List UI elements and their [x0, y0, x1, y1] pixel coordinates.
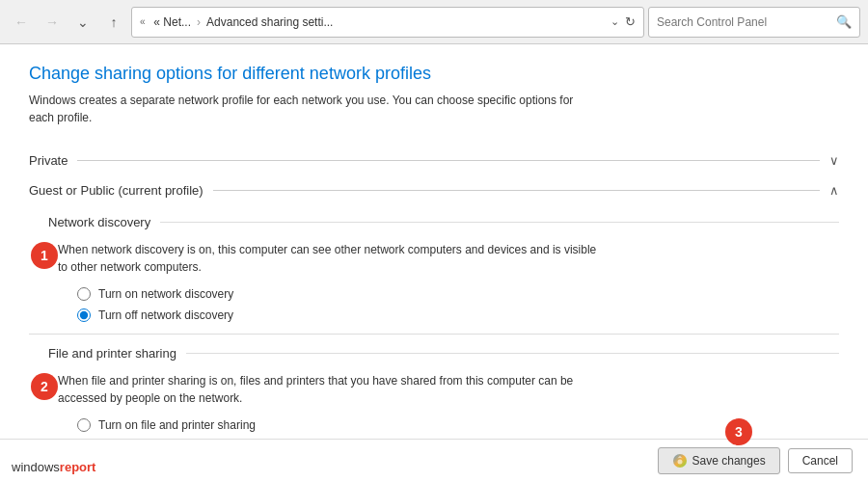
main-area: Change sharing options for different net… — [0, 44, 868, 482]
search-bar-container: 🔍 — [648, 7, 860, 38]
bottom-action-bar: 3 Save changes — [0, 439, 868, 482]
address-dropdown-button[interactable]: ⌄ — [610, 15, 619, 28]
private-section-line — [77, 160, 820, 161]
save-changes-button[interactable]: Save changes — [658, 447, 780, 474]
network-discovery-header: Network discovery — [48, 215, 839, 229]
branding-windows: windows — [12, 460, 60, 474]
breadcrumb-chevron: « — [140, 16, 148, 27]
cancel-button[interactable]: Cancel — [788, 448, 853, 473]
guest-public-section-label: Guest or Public (current profile) — [29, 183, 203, 198]
branding-report: report — [60, 460, 96, 474]
annotation-2: 2 — [31, 373, 58, 400]
network-discovery-description: When network discovery is on, this compu… — [58, 241, 598, 276]
turn-off-network-discovery-radio[interactable] — [77, 308, 91, 322]
save-label: Save changes — [692, 454, 766, 468]
page-title: Change sharing options for different net… — [29, 64, 839, 84]
refresh-button[interactable]: ↻ — [625, 14, 636, 29]
file-printer-sharing-description: When file and printer sharing is on, fil… — [58, 372, 598, 407]
annotation-3: 3 — [725, 418, 752, 445]
svg-point-1 — [677, 460, 682, 465]
turn-off-network-discovery-label[interactable]: Turn off network discovery — [98, 308, 233, 322]
network-discovery-label: Network discovery — [48, 215, 150, 229]
content-panel: Change sharing options for different net… — [0, 44, 868, 482]
search-icon-button[interactable]: 🔍 — [836, 14, 852, 29]
private-section-label: Private — [29, 153, 68, 168]
turn-on-network-discovery-radio[interactable] — [77, 287, 91, 301]
separator-1 — [29, 334, 839, 335]
back-button[interactable]: ← — [8, 9, 35, 36]
forward-button[interactable]: → — [39, 9, 66, 36]
breadcrumb-separator: › — [197, 15, 201, 29]
branding: windowsreport — [0, 452, 107, 482]
page-description: Windows creates a separate network profi… — [29, 92, 588, 126]
save-icon — [672, 453, 688, 469]
file-printer-sharing-label: File and printer sharing — [48, 346, 176, 361]
network-discovery-line — [160, 222, 839, 223]
search-input[interactable] — [657, 15, 830, 29]
up-button[interactable]: ↑ — [100, 9, 127, 36]
private-section-header[interactable]: Private ∨ — [29, 146, 839, 175]
recent-locations-button[interactable]: ⌄ — [69, 9, 96, 36]
file-printer-sharing-header: File and printer sharing — [48, 346, 839, 361]
breadcrumb-net: « Net... — [153, 15, 191, 29]
turn-off-network-discovery-option[interactable]: Turn off network discovery — [77, 308, 839, 322]
file-printer-sharing-subsection: File and printer sharing 2 When file and… — [48, 346, 839, 432]
file-printer-sharing-line — [186, 353, 839, 354]
private-section-chevron: ∨ — [829, 153, 839, 168]
turn-on-file-printer-label[interactable]: Turn on file and printer sharing — [98, 418, 256, 432]
turn-on-file-printer-radio[interactable] — [77, 418, 91, 432]
turn-on-network-discovery-option[interactable]: Turn on network discovery — [77, 287, 839, 301]
turn-on-network-discovery-label[interactable]: Turn on network discovery — [98, 287, 233, 301]
address-bar[interactable]: « « Net... › Advanced sharing setti... ⌄… — [131, 7, 644, 38]
breadcrumb-path: Advanced sharing setti... — [206, 15, 605, 29]
guest-public-section-line — [213, 190, 820, 191]
guest-public-section-chevron: ∧ — [829, 183, 839, 198]
network-discovery-subsection: Network discovery 1 When network discove… — [48, 215, 839, 322]
guest-public-section-header[interactable]: Guest or Public (current profile) ∧ — [29, 175, 839, 205]
annotation-1: 1 — [31, 242, 58, 269]
toolbar: ← → ⌄ ↑ « « Net... › Advanced sharing se… — [0, 0, 868, 44]
cancel-label: Cancel — [802, 454, 838, 468]
